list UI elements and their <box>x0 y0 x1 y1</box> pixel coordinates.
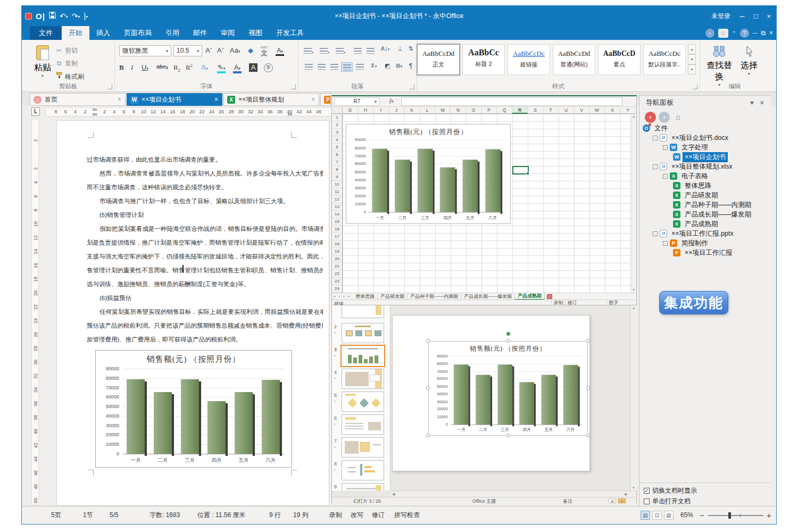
sort-icon[interactable]: ⇅ <box>405 45 417 55</box>
grow-font-button[interactable]: A+ <box>205 46 212 54</box>
first-line-indent-marker[interactable] <box>93 109 97 111</box>
sheet-tab-2[interactable]: 产品种子期——内测期 <box>408 294 461 300</box>
doc-tab-ppt[interactable]: P <box>320 93 331 106</box>
style-card-2[interactable]: AaBbCcDc超链接 <box>508 44 550 75</box>
pinyin-guide-icon[interactable]: wén文 <box>261 46 268 58</box>
word-embedded-chart[interactable]: 销售额(元) （按照月份）900008000070000600005000040… <box>95 350 292 468</box>
slide-thumbnail-5[interactable] <box>342 392 384 412</box>
align-left-icon[interactable] <box>303 62 314 72</box>
resize-handle[interactable] <box>426 339 430 343</box>
statusbar-item-6[interactable]: 19 列 <box>293 506 309 524</box>
column-header-U[interactable]: U <box>559 107 574 114</box>
row-header-16[interactable]: 16 <box>332 226 343 233</box>
row-header-7[interactable]: 7 <box>332 159 343 166</box>
expand-icon[interactable]: ▹ <box>334 422 336 426</box>
superscript-button[interactable]: R2 <box>186 63 193 72</box>
customize-qat-icon[interactable]: |▾ <box>84 12 88 20</box>
formula-input[interactable] <box>401 97 622 106</box>
menu-tab-8[interactable]: 开发工具 <box>269 26 311 40</box>
cell-name-box[interactable]: R7▼ <box>334 97 380 106</box>
doc-tab-word[interactable]: W××项目企划书× <box>127 93 222 106</box>
underline-button[interactable]: U▾ <box>142 63 148 71</box>
resize-handle[interactable] <box>586 434 590 437</box>
web-view-icon[interactable]: ⊡ <box>652 511 662 520</box>
row-header-22[interactable]: 22 <box>332 270 343 278</box>
text-direction-icon[interactable]: ⊥ <box>394 45 406 55</box>
column-header-S[interactable]: S <box>528 107 543 114</box>
nav-menu-icon[interactable]: ▼ <box>749 99 755 106</box>
column-header-X[interactable]: X <box>605 107 620 114</box>
doc-close-icon[interactable]: × <box>769 29 773 37</box>
statusbar-item-3[interactable]: 字数: 1683 <box>149 506 180 524</box>
tree-item[interactable]: -O××项目企划书.docx <box>653 133 730 143</box>
select-button[interactable]: 选择 ▾ <box>738 45 760 76</box>
tree-item[interactable]: X产品成长期——爆发期 <box>673 210 753 219</box>
tree-item[interactable]: -O××项目整体规划.xlsx <box>653 162 735 171</box>
tree-item[interactable]: X产品成熟期 <box>673 219 720 229</box>
slide-thumbnail-4[interactable] <box>342 369 384 389</box>
slide-thumbnail-6[interactable] <box>342 414 384 435</box>
login-status[interactable]: 未登录 <box>711 12 730 21</box>
column-header-J[interactable]: J <box>389 107 404 114</box>
document-text[interactable]: 过市场调查获得，由此也显示出市场调查的重要。然而，市场调查常被高层领导人与策划书… <box>87 153 323 351</box>
menu-tab-5[interactable]: 邮件 <box>186 26 214 40</box>
shrink-font-button[interactable]: A+ <box>217 46 224 54</box>
tree-item[interactable]: X整体思路 <box>673 181 713 190</box>
numbered-list-icon[interactable]: ▾ <box>319 46 330 56</box>
expand-icon[interactable]: ▹ <box>334 376 336 380</box>
statusbar-item-7[interactable]: 录制 <box>329 506 342 524</box>
italic-button[interactable]: I <box>131 63 133 72</box>
zoom-slider[interactable] <box>708 515 763 516</box>
row-header-20[interactable]: 20 <box>332 255 343 263</box>
scroll-down-icon[interactable]: ▼ <box>631 288 636 292</box>
scroll-up-icon[interactable]: ▲ <box>688 44 696 54</box>
tree-item[interactable]: -W文字处理 <box>663 143 710 152</box>
menu-tab-7[interactable]: 视图 <box>242 26 269 40</box>
column-header-T[interactable]: T <box>543 107 559 114</box>
sheet-tab-0[interactable]: 整体思路 <box>353 294 378 300</box>
column-header-M[interactable]: M <box>435 107 451 114</box>
new-sheet-icon[interactable] <box>547 294 552 299</box>
checkbox-icon[interactable] <box>644 498 650 504</box>
close-icon[interactable]: × <box>767 12 771 20</box>
column-header-L[interactable]: L <box>420 107 435 114</box>
row-header-2[interactable]: 2 <box>332 121 343 129</box>
nav-close-icon[interactable]: ✕ <box>760 99 764 106</box>
tree-item[interactable]: W××项目企划书 <box>673 152 728 162</box>
row-header-24[interactable]: 24 <box>332 285 343 293</box>
column-header-G[interactable]: G <box>343 107 358 114</box>
collapse-ribbon-icon[interactable]: ⌃ <box>732 30 736 36</box>
statusbar-item-8[interactable]: 改写 <box>351 506 363 524</box>
resize-handle[interactable] <box>586 386 590 390</box>
column-header-W[interactable]: W <box>589 107 605 114</box>
expand-icon[interactable]: ▹ <box>334 445 336 449</box>
horizontal-ruler[interactable]: 8642246810121416182022242628303234363840… <box>45 107 346 117</box>
zoom-slider-thumb[interactable] <box>728 512 731 519</box>
page-view-icon[interactable]: ▤ <box>641 511 650 520</box>
maximize-icon[interactable]: □ <box>754 12 758 20</box>
increase-indent-icon[interactable] <box>364 46 376 56</box>
column-header-O[interactable]: O <box>466 107 481 114</box>
tree-item[interactable]: P××项目工作汇报 <box>673 248 735 257</box>
menu-tab-1[interactable]: 开始 <box>62 26 89 40</box>
font-size-select[interactable]: 10.5▼ <box>173 45 202 56</box>
resize-handle[interactable] <box>506 434 510 437</box>
resize-handle[interactable] <box>426 434 430 437</box>
expand-icon[interactable]: ▹ <box>334 468 336 472</box>
line-spacing-icon[interactable]: ⇕▾ <box>368 62 379 72</box>
checkbox-icon[interactable]: ✓ <box>644 488 650 494</box>
align-center-icon[interactable] <box>315 62 327 72</box>
slide-thumbnail-7[interactable] <box>342 437 384 458</box>
excel-vertical-scrollbar[interactable]: ▲▼ <box>630 114 636 293</box>
style-card-5[interactable]: AaBbCcDc默认段落字.. <box>643 44 686 75</box>
doc-minimize-icon[interactable]: ─ <box>753 29 758 37</box>
scroll-left-icon[interactable]: ◀ <box>392 492 395 496</box>
ppt-vertical-scrollbar[interactable]: ▲▼ <box>630 305 637 491</box>
column-header-N[interactable]: N <box>451 107 466 114</box>
collapse-icon[interactable]: - <box>663 174 668 179</box>
row-header-21[interactable]: 21 <box>332 263 343 270</box>
rotate-handle[interactable] <box>506 332 510 336</box>
home-icon[interactable]: ⌂ <box>718 29 728 38</box>
subscript-button[interactable]: R2 <box>173 63 180 73</box>
excel-embedded-chart[interactable]: 销售额(元) （按照月份）900008000070000600005000040… <box>346 124 511 224</box>
